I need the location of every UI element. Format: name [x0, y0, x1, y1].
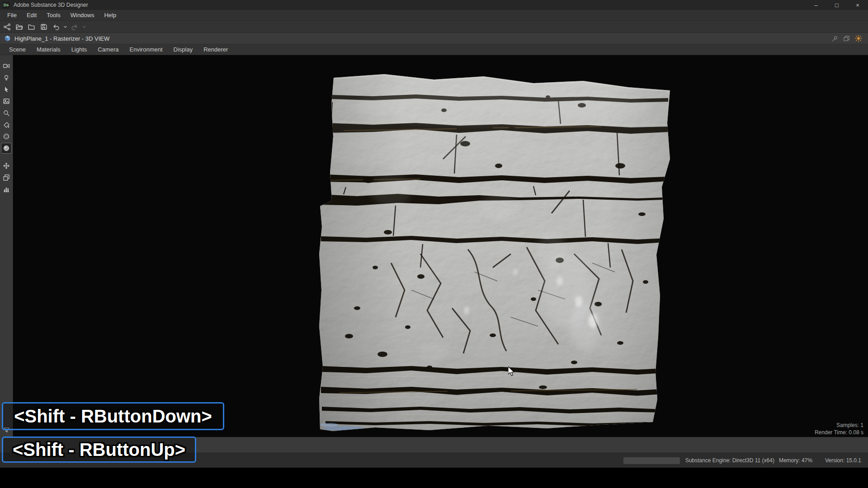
- folder-button[interactable]: [25, 21, 38, 32]
- paint-bucket-icon: [3, 121, 10, 128]
- layers-icon: [3, 174, 10, 181]
- close-button[interactable]: ×: [847, 0, 868, 10]
- mouse-cursor-icon: [508, 366, 519, 377]
- bottom-void: [0, 468, 868, 488]
- progress-bar: [623, 457, 680, 464]
- tool-layers-button[interactable]: [1, 173, 11, 183]
- memory-status: Memory: 47%: [779, 457, 812, 464]
- event-overlay-rbuttonup: <Shift - RButtonUp>: [2, 436, 196, 463]
- undo-icon: [52, 23, 60, 31]
- view-menu-renderer[interactable]: Renderer: [198, 44, 233, 55]
- menu-edit[interactable]: Edit: [22, 10, 42, 21]
- tool-paint-button[interactable]: [1, 120, 11, 130]
- open-button[interactable]: [13, 21, 25, 32]
- main-toolbar: [0, 21, 868, 33]
- display-settings-icon[interactable]: [855, 35, 862, 42]
- engine-status: Substance Engine: Direct3D 11 (x64): [685, 457, 774, 464]
- node-graph-icon: [3, 23, 11, 31]
- folder-icon: [28, 23, 35, 31]
- rock-mesh: [14, 55, 868, 437]
- chevron-down-icon: [82, 25, 86, 29]
- tool-transform-button[interactable]: [1, 161, 11, 171]
- undo-button[interactable]: [50, 21, 62, 32]
- save-button[interactable]: [38, 21, 50, 32]
- viewport-3d[interactable]: Samples: 1 Render Time: 0.08 s: [14, 55, 868, 437]
- save-icon: [40, 23, 47, 31]
- menu-help[interactable]: Help: [99, 10, 121, 21]
- magnifier-icon: [3, 109, 10, 117]
- tool-camera-button[interactable]: [1, 61, 11, 71]
- redo-dropdown-button[interactable]: [81, 21, 88, 32]
- redo-button[interactable]: [69, 21, 81, 32]
- pin-icon[interactable]: [831, 35, 838, 42]
- histogram-icon: [3, 186, 10, 193]
- menu-bar: File Edit Tools Windows Help: [0, 10, 868, 21]
- folder-open-icon: [15, 23, 23, 31]
- tool-select-button[interactable]: [1, 84, 11, 94]
- panel-header-icons: [831, 35, 864, 42]
- undo-dropdown-button[interactable]: [62, 21, 69, 32]
- node-graph-button[interactable]: [1, 21, 13, 32]
- cube-icon: [4, 35, 11, 42]
- menu-file[interactable]: File: [2, 10, 22, 21]
- sphere-icon: [3, 133, 10, 140]
- maximize-button[interactable]: □: [826, 0, 847, 10]
- minimize-button[interactable]: –: [806, 0, 826, 10]
- tool-sphere-button[interactable]: [1, 131, 11, 141]
- transform-icon: [3, 162, 10, 169]
- float-window-icon[interactable]: [843, 35, 850, 42]
- tool-material-ball-button[interactable]: [1, 143, 11, 153]
- view-menu-display[interactable]: Display: [168, 44, 198, 55]
- tool-histogram-button[interactable]: [1, 184, 11, 194]
- view-menu-lights[interactable]: Lights: [66, 44, 93, 55]
- render-stats: Samples: 1 Render Time: 0.08 s: [815, 422, 863, 436]
- redo-icon: [71, 23, 79, 31]
- tool-magnify-button[interactable]: [1, 108, 11, 118]
- light-bulb-icon: [3, 74, 10, 81]
- app-logo-icon: Ds: [3, 2, 9, 9]
- event-overlay-label: <Shift - RButtonDown>: [14, 406, 212, 427]
- texture-icon: [3, 98, 10, 105]
- render-time-value: Render Time: 0.08 s: [815, 429, 863, 436]
- view-side-toolbar: [0, 55, 13, 437]
- menu-tools[interactable]: Tools: [42, 10, 65, 21]
- workspace: Samples: 1 Render Time: 0.08 s: [0, 55, 868, 437]
- event-overlay-rbuttondown: <Shift - RButtonDown>: [2, 402, 224, 430]
- app-window: Ds Adobe Substance 3D Designer – □ × Fil…: [0, 0, 868, 488]
- view-menu-camera[interactable]: Camera: [92, 44, 124, 55]
- view-menu-environment[interactable]: Environment: [124, 44, 168, 55]
- tool-texture-button[interactable]: [1, 96, 11, 106]
- pointer-icon: [3, 86, 10, 93]
- view-menu-bar: Scene Materials Lights Camera Environmen…: [0, 44, 868, 55]
- material-ball-icon: [3, 145, 10, 152]
- app-logo-text: Ds: [4, 3, 9, 7]
- tool-light-button[interactable]: [1, 73, 11, 83]
- panel-title: HighPlane_1 - Rasterizer - 3D VIEW: [14, 35, 109, 42]
- window-title: Adobe Substance 3D Designer: [14, 2, 88, 8]
- chevron-down-icon: [63, 25, 67, 29]
- camera-icon: [3, 62, 10, 70]
- view-menu-scene[interactable]: Scene: [4, 44, 31, 55]
- samples-value: Samples: 1: [815, 422, 863, 429]
- version-status: Version: 15.0.1: [825, 457, 861, 464]
- titlebar: Ds Adobe Substance 3D Designer – □ ×: [0, 0, 868, 10]
- panel-header-3d-view[interactable]: HighPlane_1 - Rasterizer - 3D VIEW: [0, 33, 868, 44]
- menu-windows[interactable]: Windows: [66, 10, 99, 21]
- event-overlay-label: <Shift - RButtonUp>: [13, 440, 185, 460]
- window-controls: – □ ×: [806, 0, 868, 10]
- view-menu-materials[interactable]: Materials: [31, 44, 66, 55]
